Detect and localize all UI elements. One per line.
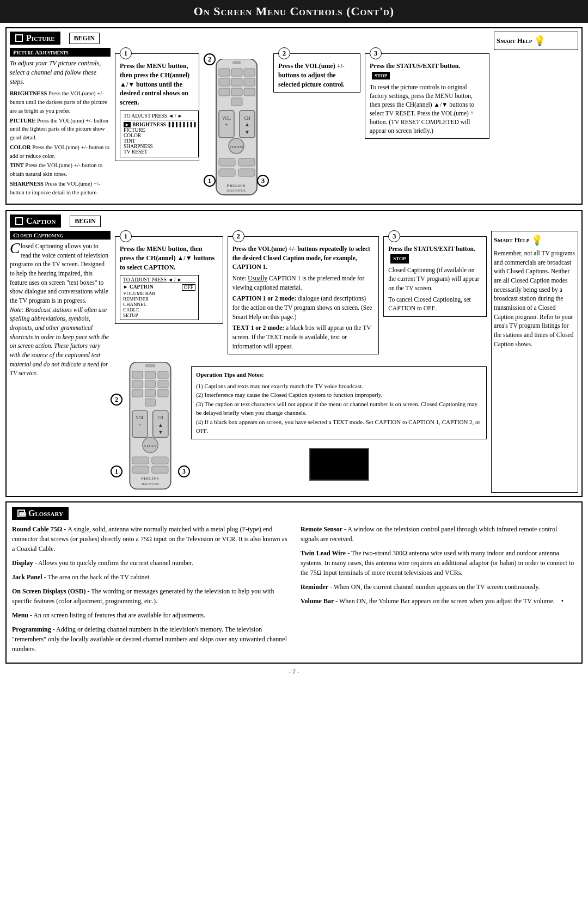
glossary-icon: 📖 [17, 510, 25, 517]
picture-menu-item: PICTURE [124, 127, 195, 133]
caption-bottom-row: VOL + − CH ▲ ▼ STATUS [115, 362, 487, 493]
picture-step1-text: Press the MENU button, then press the CH… [120, 62, 194, 107]
picture-remote-area: 2 [204, 53, 269, 200]
glossary-programming: Programming - Adding or deleting channel… [12, 624, 287, 654]
caption-step2-content: Press the VOL(ume) +/- buttons repeatedl… [232, 244, 374, 351]
caption-remote-svg: VOL + − CH ▲ ▼ STATUS [123, 362, 177, 493]
svg-rect-23 [238, 158, 255, 166]
picture-step1-number: 1 [120, 47, 132, 59]
black-screen-demo [309, 448, 369, 481]
svg-rect-25 [238, 169, 255, 176]
title-square [15, 34, 23, 42]
caption-step1-text: Press the MENU button, then press the CH… [120, 244, 218, 272]
picture-step3-text: Press the STATUS/EXIT button. [370, 62, 485, 71]
color-menu-item: COLOR [124, 133, 195, 138]
svg-rect-36 [132, 390, 143, 397]
svg-text:▲: ▲ [158, 422, 163, 428]
picture-body: Picture Adjustments To adjust your TV pi… [10, 48, 489, 200]
caption-step2-note: Note: Usually CAPTION 1 is the preferred… [232, 274, 374, 292]
svg-rect-38 [158, 390, 168, 397]
caption-step2-number: 2 [232, 230, 244, 242]
picture-step3-badge: 3 [257, 175, 269, 187]
caption-menu-header: TO ADJUST PRESS ◄ / ► [123, 277, 195, 283]
picture-stop-badge: STOP [372, 72, 390, 79]
svg-text:−: − [225, 129, 228, 135]
glossary-display: Display - Allows you to quickly confirm … [12, 558, 287, 568]
op-tip-2: (2) Interference may cause the Closed Ca… [196, 390, 482, 400]
svg-text:▼: ▼ [244, 129, 250, 135]
off-badge: OFF [182, 284, 195, 291]
glossary-title-row: 📖 Glossary [12, 507, 576, 520]
glossary-jack-panel: Jack Panel - The area on the back of the… [12, 572, 287, 582]
svg-text:−: − [138, 429, 142, 435]
remote-svg: VOL + − CH ▲ ▼ STATUS [213, 59, 260, 200]
caption-step3-content: Press the STATUS/EXIT button. STOP Close… [388, 244, 482, 313]
svg-rect-53 [152, 466, 168, 473]
picture-title-bar: Picture BEGIN [10, 32, 489, 45]
svg-text:VOL: VOL [136, 416, 144, 421]
page-number: - 7 - [0, 668, 588, 676]
color-note: COLOR Press the VOL(ume) +/- button to a… [10, 143, 111, 161]
glossary-right-col: Remote Sensor - A window on the televisi… [301, 524, 576, 658]
caption-menu-row1: ► CAPTION OFF [123, 284, 195, 291]
tvreset-menu-item: TV RESET [124, 149, 195, 155]
caption-remote-badge3: 3 [178, 465, 190, 477]
caption-menu-display: TO ADJUST PRESS ◄ / ► ► CAPTION OFF VOLU… [120, 275, 199, 320]
picture-step2-text: Press the VOL(ume) +/- buttons to adjust… [278, 62, 356, 89]
picture-left-panel: Picture Adjustments To adjust your TV pi… [10, 48, 111, 200]
glossary-menu: Menu - An on screen listing of features … [12, 610, 287, 620]
caption-menu-cable: CABLE [123, 307, 195, 312]
svg-rect-6 [231, 78, 242, 86]
operation-tips-box: Operation Tips and Notes: (1) Captions a… [191, 366, 487, 439]
picture-smart-help-title: Smart Help 💡 [497, 34, 575, 47]
svg-rect-39 [145, 399, 156, 406]
caption-menu-channel: CHANNEL [123, 302, 195, 307]
caption-broadcast-note: Note: Broadcast stations will often use … [10, 307, 109, 377]
caption-steps-area: 1 Press the MENU button, then press the … [115, 231, 487, 493]
svg-rect-9 [231, 88, 242, 96]
caption-mode-note: CAPTION 1 or 2 mode: dialogue (and descr… [232, 294, 374, 321]
svg-rect-8 [219, 88, 230, 96]
brightness-note: BRIGHTNESS Press the VOL(ume) +/- button… [10, 89, 111, 115]
caption-smart-help-title: Smart Help 💡 [494, 234, 575, 247]
tint-menu-item: TINT [124, 138, 195, 144]
sharpness-menu-item: SHARPNESS [124, 144, 195, 149]
caption-remote-badge2: 2 [111, 394, 122, 406]
caption-begin-label: BEGIN [70, 216, 101, 227]
caption-bulb-icon: 💡 [531, 234, 542, 247]
svg-text:PHILIPS: PHILIPS [226, 183, 246, 188]
operation-tips-title: Operation Tips and Notes: [196, 370, 482, 379]
caption-step2-intro: Press the VOL(ume) +/- buttons repeatedl… [232, 244, 374, 272]
svg-rect-3 [231, 69, 242, 76]
caption-description: Closed Captioning allows you to read the… [10, 242, 111, 378]
glossary-section: 📖 Glossary Round Cable 75Ω - A single, s… [5, 501, 583, 664]
picture-step3: 3 Press the STATUS/EXIT button. STOP To … [365, 53, 489, 139]
svg-text:▼: ▼ [158, 430, 163, 435]
caption-step1-number: 1 [120, 230, 132, 242]
glossary-round-cable: Round Cable 75Ω - A single, solid, anten… [12, 524, 287, 554]
svg-rect-1 [232, 61, 241, 64]
caption-stop-badge: STOP [390, 254, 408, 263]
picture-step1-badge: 1 [204, 175, 216, 187]
caption-step3-title: Press the STATUS/EXIT button. STOP [388, 244, 482, 263]
svg-text:CH: CH [158, 416, 164, 421]
svg-text:MAGNAVOX: MAGNAVOX [142, 482, 160, 486]
bulb-icon: 💡 [534, 34, 545, 47]
page-header: On Screen Menu Controls (Cont'd) [0, 0, 588, 23]
picture-step3-number: 3 [370, 47, 382, 59]
picture-intro-text: To adjust your TV picture controls, sele… [10, 59, 111, 86]
svg-text:CH: CH [244, 116, 250, 121]
glossary-osd: On Screen Displays (OSD) - The wording o… [12, 586, 287, 606]
svg-rect-37 [145, 390, 156, 397]
caption-title: Caption [10, 214, 61, 228]
svg-rect-10 [244, 88, 255, 96]
caption-menu-setup: SETUP [123, 312, 195, 318]
caption-title-bar: Caption BEGIN [10, 214, 578, 228]
caption-right-content: Operation Tips and Notes: (1) Captions a… [191, 362, 487, 485]
svg-text:MAGNAVOX: MAGNAVOX [226, 189, 246, 192]
glossary-left-col: Round Cable 75Ω - A single, solid, anten… [12, 524, 287, 658]
svg-text:STATUS: STATUS [144, 445, 157, 448]
svg-text:PHILIPS: PHILIPS [142, 477, 160, 481]
caption-steps-row: 1 Press the MENU button, then press the … [115, 236, 487, 354]
svg-rect-30 [132, 371, 143, 378]
